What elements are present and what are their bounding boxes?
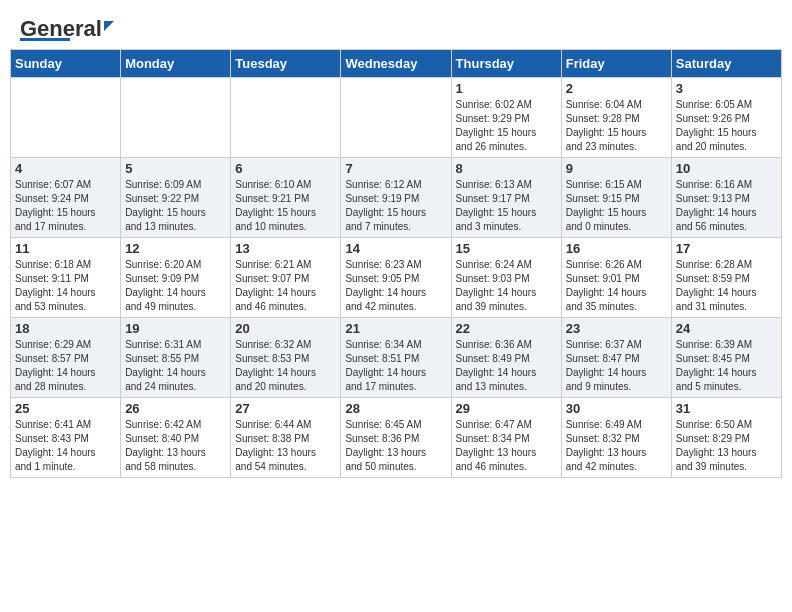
day-number: 5 <box>125 161 226 176</box>
day-number: 27 <box>235 401 336 416</box>
day-info: Sunrise: 6:16 AM Sunset: 9:13 PM Dayligh… <box>676 178 777 234</box>
calendar-cell: 30Sunrise: 6:49 AM Sunset: 8:32 PM Dayli… <box>561 398 671 478</box>
day-info: Sunrise: 6:23 AM Sunset: 9:05 PM Dayligh… <box>345 258 446 314</box>
calendar-week-row: 11Sunrise: 6:18 AM Sunset: 9:11 PM Dayli… <box>11 238 782 318</box>
logo-triangle-icon <box>104 21 114 31</box>
logo: General <box>20 16 114 41</box>
calendar-cell: 31Sunrise: 6:50 AM Sunset: 8:29 PM Dayli… <box>671 398 781 478</box>
calendar-cell: 4Sunrise: 6:07 AM Sunset: 9:24 PM Daylig… <box>11 158 121 238</box>
day-number: 25 <box>15 401 116 416</box>
column-header-friday: Friday <box>561 50 671 78</box>
calendar-cell: 28Sunrise: 6:45 AM Sunset: 8:36 PM Dayli… <box>341 398 451 478</box>
day-info: Sunrise: 6:09 AM Sunset: 9:22 PM Dayligh… <box>125 178 226 234</box>
day-number: 4 <box>15 161 116 176</box>
day-info: Sunrise: 6:42 AM Sunset: 8:40 PM Dayligh… <box>125 418 226 474</box>
calendar-cell <box>11 78 121 158</box>
calendar-week-row: 4Sunrise: 6:07 AM Sunset: 9:24 PM Daylig… <box>11 158 782 238</box>
day-number: 18 <box>15 321 116 336</box>
day-number: 30 <box>566 401 667 416</box>
logo-underline <box>20 38 70 41</box>
column-header-wednesday: Wednesday <box>341 50 451 78</box>
calendar-cell: 6Sunrise: 6:10 AM Sunset: 9:21 PM Daylig… <box>231 158 341 238</box>
calendar-week-row: 18Sunrise: 6:29 AM Sunset: 8:57 PM Dayli… <box>11 318 782 398</box>
calendar-cell: 29Sunrise: 6:47 AM Sunset: 8:34 PM Dayli… <box>451 398 561 478</box>
calendar-cell: 17Sunrise: 6:28 AM Sunset: 8:59 PM Dayli… <box>671 238 781 318</box>
calendar-cell: 20Sunrise: 6:32 AM Sunset: 8:53 PM Dayli… <box>231 318 341 398</box>
day-number: 9 <box>566 161 667 176</box>
day-number: 23 <box>566 321 667 336</box>
calendar-body: 1Sunrise: 6:02 AM Sunset: 9:29 PM Daylig… <box>11 78 782 478</box>
day-info: Sunrise: 6:05 AM Sunset: 9:26 PM Dayligh… <box>676 98 777 154</box>
day-info: Sunrise: 6:39 AM Sunset: 8:45 PM Dayligh… <box>676 338 777 394</box>
column-header-sunday: Sunday <box>11 50 121 78</box>
day-info: Sunrise: 6:21 AM Sunset: 9:07 PM Dayligh… <box>235 258 336 314</box>
day-number: 2 <box>566 81 667 96</box>
day-number: 26 <box>125 401 226 416</box>
calendar-cell: 18Sunrise: 6:29 AM Sunset: 8:57 PM Dayli… <box>11 318 121 398</box>
calendar-cell: 26Sunrise: 6:42 AM Sunset: 8:40 PM Dayli… <box>121 398 231 478</box>
calendar-header-row: SundayMondayTuesdayWednesdayThursdayFrid… <box>11 50 782 78</box>
day-info: Sunrise: 6:07 AM Sunset: 9:24 PM Dayligh… <box>15 178 116 234</box>
calendar-cell: 15Sunrise: 6:24 AM Sunset: 9:03 PM Dayli… <box>451 238 561 318</box>
calendar-cell: 23Sunrise: 6:37 AM Sunset: 8:47 PM Dayli… <box>561 318 671 398</box>
calendar-cell: 19Sunrise: 6:31 AM Sunset: 8:55 PM Dayli… <box>121 318 231 398</box>
calendar-week-row: 1Sunrise: 6:02 AM Sunset: 9:29 PM Daylig… <box>11 78 782 158</box>
calendar-cell: 21Sunrise: 6:34 AM Sunset: 8:51 PM Dayli… <box>341 318 451 398</box>
day-info: Sunrise: 6:18 AM Sunset: 9:11 PM Dayligh… <box>15 258 116 314</box>
calendar-cell: 7Sunrise: 6:12 AM Sunset: 9:19 PM Daylig… <box>341 158 451 238</box>
day-number: 12 <box>125 241 226 256</box>
calendar-wrapper: SundayMondayTuesdayWednesdayThursdayFrid… <box>0 49 792 488</box>
day-info: Sunrise: 6:49 AM Sunset: 8:32 PM Dayligh… <box>566 418 667 474</box>
day-number: 17 <box>676 241 777 256</box>
calendar-table: SundayMondayTuesdayWednesdayThursdayFrid… <box>10 49 782 478</box>
day-number: 22 <box>456 321 557 336</box>
calendar-cell: 8Sunrise: 6:13 AM Sunset: 9:17 PM Daylig… <box>451 158 561 238</box>
day-info: Sunrise: 6:36 AM Sunset: 8:49 PM Dayligh… <box>456 338 557 394</box>
day-number: 11 <box>15 241 116 256</box>
day-number: 29 <box>456 401 557 416</box>
calendar-week-row: 25Sunrise: 6:41 AM Sunset: 8:43 PM Dayli… <box>11 398 782 478</box>
day-info: Sunrise: 6:44 AM Sunset: 8:38 PM Dayligh… <box>235 418 336 474</box>
day-info: Sunrise: 6:20 AM Sunset: 9:09 PM Dayligh… <box>125 258 226 314</box>
column-header-thursday: Thursday <box>451 50 561 78</box>
day-number: 1 <box>456 81 557 96</box>
calendar-cell: 14Sunrise: 6:23 AM Sunset: 9:05 PM Dayli… <box>341 238 451 318</box>
calendar-cell: 13Sunrise: 6:21 AM Sunset: 9:07 PM Dayli… <box>231 238 341 318</box>
calendar-cell: 9Sunrise: 6:15 AM Sunset: 9:15 PM Daylig… <box>561 158 671 238</box>
day-number: 10 <box>676 161 777 176</box>
calendar-cell: 10Sunrise: 6:16 AM Sunset: 9:13 PM Dayli… <box>671 158 781 238</box>
day-number: 14 <box>345 241 446 256</box>
calendar-cell: 2Sunrise: 6:04 AM Sunset: 9:28 PM Daylig… <box>561 78 671 158</box>
day-info: Sunrise: 6:04 AM Sunset: 9:28 PM Dayligh… <box>566 98 667 154</box>
calendar-cell: 5Sunrise: 6:09 AM Sunset: 9:22 PM Daylig… <box>121 158 231 238</box>
day-info: Sunrise: 6:26 AM Sunset: 9:01 PM Dayligh… <box>566 258 667 314</box>
day-number: 24 <box>676 321 777 336</box>
day-info: Sunrise: 6:45 AM Sunset: 8:36 PM Dayligh… <box>345 418 446 474</box>
day-info: Sunrise: 6:50 AM Sunset: 8:29 PM Dayligh… <box>676 418 777 474</box>
calendar-cell: 11Sunrise: 6:18 AM Sunset: 9:11 PM Dayli… <box>11 238 121 318</box>
day-info: Sunrise: 6:37 AM Sunset: 8:47 PM Dayligh… <box>566 338 667 394</box>
day-number: 20 <box>235 321 336 336</box>
day-info: Sunrise: 6:28 AM Sunset: 8:59 PM Dayligh… <box>676 258 777 314</box>
column-header-saturday: Saturday <box>671 50 781 78</box>
day-info: Sunrise: 6:02 AM Sunset: 9:29 PM Dayligh… <box>456 98 557 154</box>
day-info: Sunrise: 6:13 AM Sunset: 9:17 PM Dayligh… <box>456 178 557 234</box>
day-info: Sunrise: 6:29 AM Sunset: 8:57 PM Dayligh… <box>15 338 116 394</box>
day-info: Sunrise: 6:12 AM Sunset: 9:19 PM Dayligh… <box>345 178 446 234</box>
day-info: Sunrise: 6:31 AM Sunset: 8:55 PM Dayligh… <box>125 338 226 394</box>
day-number: 16 <box>566 241 667 256</box>
calendar-cell: 22Sunrise: 6:36 AM Sunset: 8:49 PM Dayli… <box>451 318 561 398</box>
calendar-cell <box>341 78 451 158</box>
day-number: 7 <box>345 161 446 176</box>
day-info: Sunrise: 6:24 AM Sunset: 9:03 PM Dayligh… <box>456 258 557 314</box>
day-number: 3 <box>676 81 777 96</box>
day-info: Sunrise: 6:10 AM Sunset: 9:21 PM Dayligh… <box>235 178 336 234</box>
day-info: Sunrise: 6:41 AM Sunset: 8:43 PM Dayligh… <box>15 418 116 474</box>
day-number: 21 <box>345 321 446 336</box>
day-number: 28 <box>345 401 446 416</box>
day-number: 8 <box>456 161 557 176</box>
calendar-cell <box>231 78 341 158</box>
calendar-cell: 12Sunrise: 6:20 AM Sunset: 9:09 PM Dayli… <box>121 238 231 318</box>
day-number: 19 <box>125 321 226 336</box>
calendar-cell: 3Sunrise: 6:05 AM Sunset: 9:26 PM Daylig… <box>671 78 781 158</box>
